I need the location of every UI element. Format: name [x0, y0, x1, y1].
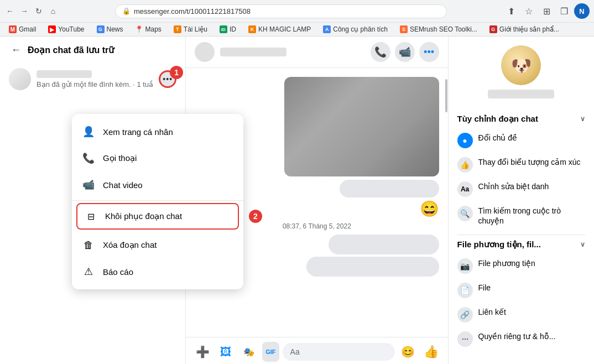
nickname-icon: Aa [457, 181, 473, 197]
bookmark-semrush[interactable]: S SEMrush SEO Toolki... [395, 24, 482, 34]
conv-info: Bạn đã gửi một file đính kèm. · 1 tuầ [37, 70, 153, 89]
url-text: messenger.com/t/100011221817508 [134, 7, 440, 15]
change-emoji-item[interactable]: 👍 Thay đổi biểu tượng cảm xúc [457, 153, 585, 177]
analytics-icon: A [323, 25, 331, 33]
file-item[interactable]: 📄 File [457, 278, 585, 303]
file-media-item[interactable]: 📷 File phương tiện [457, 254, 585, 278]
bookmark-button[interactable]: ☆ [521, 3, 536, 19]
menu-item-delete[interactable]: 🗑 Xóa đoạn chat [72, 232, 243, 258]
right-panel-avatar: 🐶 [501, 45, 541, 85]
sidebar-header: ← Đoạn chat đã lưu trữ [0, 37, 185, 64]
conversation-item[interactable]: Bạn đã gửi một file đính kèm. · 1 tuầ ••… [0, 64, 185, 95]
sticker-button[interactable]: 🎭 [239, 342, 259, 362]
change-theme-item[interactable]: ● Đổi chủ đề [457, 128, 585, 153]
nav-icons: ⬆ ☆ ⊞ ❐ N [503, 3, 590, 19]
app-container: ← Đoạn chat đã lưu trữ Bạn đã gửi một fi… [0, 37, 594, 364]
right-panel: 🐶 Tùy chỉnh đoạn chat ∨ ● Đổi chủ đề 👍 T… [448, 37, 594, 364]
message-bubble-gray1 [329, 235, 439, 254]
restore-icon: ⊟ [83, 209, 98, 224]
add-button[interactable]: ➕ [192, 342, 212, 362]
gmail-icon: M [9, 25, 17, 33]
file-icon: 📄 [457, 283, 473, 298]
privacy-icon: ⋯ [457, 331, 473, 347]
media-section-title: File phương tiện, fil... ∨ [457, 240, 585, 249]
call-button[interactable]: 📞 [371, 42, 390, 62]
menu-divider [72, 200, 243, 201]
extensions-button[interactable]: ⊞ [539, 3, 554, 19]
person-icon: 👤 [81, 124, 96, 139]
chat-header-avatar [195, 42, 215, 62]
message-bubble [340, 180, 439, 197]
step1-badge: 1 [170, 66, 183, 79]
bookmark-youtube[interactable]: ▶ YouTube [44, 24, 88, 34]
right-panel-header: 🐶 [457, 45, 585, 107]
more-btn-container: ••• 1 [159, 70, 176, 88]
bookmarks-bar: M Gmail ▶ YouTube G News 📍 Maps T Tài Li… [0, 22, 594, 36]
menu-item-profile[interactable]: 👤 Xem trang cá nhân [72, 118, 243, 145]
menu-item-video[interactable]: 📹 Chat video [72, 171, 243, 198]
link-item[interactable]: 🔗 Liên kết [457, 303, 585, 327]
emoji-button[interactable]: 😊 [398, 342, 418, 362]
conv-msg: Bạn đã gửi một file đính kèm. · 1 tuầ [37, 80, 153, 89]
message-input[interactable] [283, 343, 395, 361]
gioi-thieu-icon: G [489, 25, 497, 33]
trash-icon: 🗑 [81, 237, 96, 253]
chat-scrollbar[interactable] [445, 68, 448, 337]
window-button[interactable]: ❐ [556, 3, 572, 19]
profile-avatar[interactable]: N [574, 3, 590, 19]
message-bubble-gray2 [306, 257, 439, 277]
chat-header: 📞 📹 ••• [186, 37, 447, 68]
youtube-icon: ▶ [48, 25, 56, 33]
edit-nickname-item[interactable]: Aa Chỉnh sửa biệt danh [457, 177, 585, 201]
bookmark-analytics[interactable]: A Công cụ phân tích [319, 24, 392, 34]
emoji-change-icon: 👍 [457, 157, 473, 173]
chat-header-name [220, 48, 286, 56]
browser-chrome: ← → ↻ ⌂ 🔒 messenger.com/t/10001122181750… [0, 0, 594, 37]
id-icon: ID [220, 25, 227, 33]
video-icon: 📹 [81, 177, 96, 193]
search-icon: 🔍 [457, 206, 473, 221]
step2-badge: 2 [249, 210, 262, 223]
menu-item-call[interactable]: 📞 Gọi thoại [72, 145, 243, 171]
video-call-button[interactable]: 📹 [395, 42, 415, 62]
like-button[interactable]: 👍 [421, 342, 441, 362]
tailieu-icon: T [174, 25, 181, 33]
bookmark-gioi-thieu[interactable]: G Giới thiệu sản phẩ... [485, 24, 564, 34]
back-button[interactable]: ← [4, 6, 15, 17]
menu-item-restore[interactable]: ⊟ Khôi phục đoạn chat [76, 203, 239, 230]
warning-icon: ⚠ [81, 264, 96, 279]
bookmark-maps[interactable]: 📍 Maps [131, 24, 166, 34]
news-icon: G [97, 25, 105, 33]
refresh-button[interactable]: ↻ [33, 6, 44, 17]
message-image-inner [284, 77, 439, 176]
link-icon: 🔗 [457, 307, 473, 323]
chat-scrollbar-thumb [445, 79, 447, 112]
sidebar-back-button[interactable]: ← [9, 42, 23, 58]
share-button[interactable]: ⬆ [503, 3, 519, 19]
search-conv-item[interactable]: 🔍 Tìm kiếm trong cuộc trò chuyện [457, 201, 585, 230]
gif-button[interactable]: GIF [262, 342, 279, 362]
forward-button[interactable]: → [19, 6, 30, 17]
home-button[interactable]: ⌂ [48, 6, 59, 17]
section-divider [457, 235, 585, 235]
image-button[interactable]: 🖼 [216, 342, 236, 362]
bookmark-tailieu[interactable]: T Tài Liệu [169, 24, 212, 34]
customize-section-title: Tùy chỉnh đoạn chat ∨ [457, 114, 585, 124]
semrush-icon: S [400, 25, 408, 33]
avatar [9, 68, 31, 90]
bookmark-kh-magic[interactable]: K KH MAGIC LAMP [244, 24, 315, 34]
bookmark-gmail[interactable]: M Gmail [4, 24, 40, 34]
phone-icon: 📞 [81, 150, 96, 166]
bookmark-id[interactable]: ID ID [215, 24, 241, 34]
maps-icon: 📍 [136, 25, 143, 33]
address-bar[interactable]: 🔒 messenger.com/t/100011221817508 [115, 4, 447, 18]
chat-more-button[interactable]: ••• [419, 42, 439, 62]
chevron-down-icon: ∨ [580, 115, 585, 123]
kh-magic-icon: K [248, 25, 256, 33]
file-media-icon: 📷 [457, 258, 473, 274]
privacy-item[interactable]: ⋯ Quyền riêng tư & hỗ... [457, 327, 585, 351]
conv-name [37, 70, 92, 78]
left-sidebar: ← Đoạn chat đã lưu trữ Bạn đã gửi một fi… [0, 37, 186, 364]
menu-item-report[interactable]: ⚠ Báo cáo [72, 258, 243, 285]
bookmark-news[interactable]: G News [92, 24, 128, 34]
